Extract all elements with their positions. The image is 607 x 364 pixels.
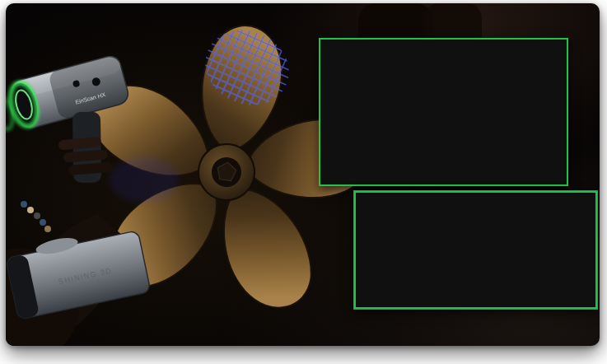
scanner-light-glow: [110, 156, 179, 203]
bracelet: [21, 201, 51, 232]
trueprop-window-bottom[interactable]: [354, 191, 597, 309]
photo-scene: EinScan HX SHINING 3D: [6, 3, 600, 346]
trueprop-window-top[interactable]: [319, 38, 568, 186]
